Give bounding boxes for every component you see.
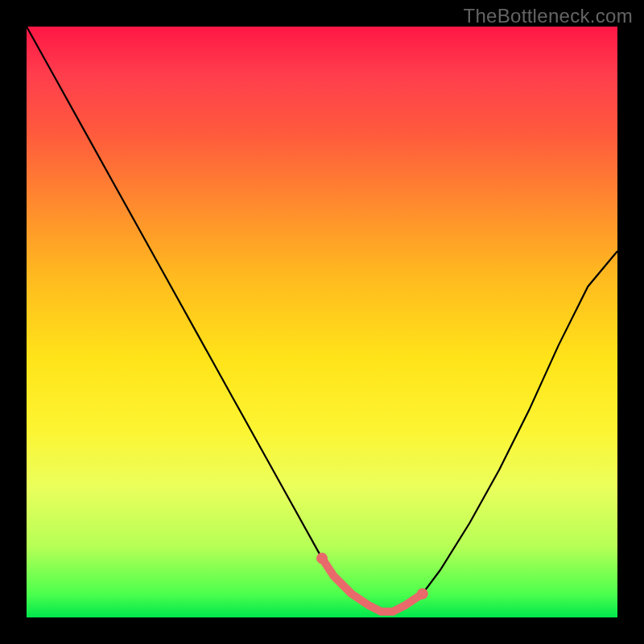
chart-frame: TheBottleneck.com [0, 0, 644, 644]
plot-area [27, 27, 617, 617]
highlight-point-start [316, 553, 328, 564]
chart-svg [27, 27, 617, 617]
main-curve-path [27, 27, 617, 612]
highlight-point-end [417, 588, 428, 600]
watermark-text: TheBottleneck.com [463, 5, 633, 27]
highlight-curve-path [322, 559, 423, 612]
